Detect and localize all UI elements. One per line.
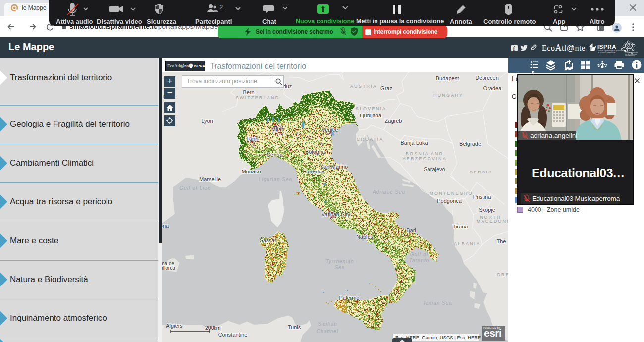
svg-text:Sassari: Sassari bbox=[260, 237, 278, 243]
svg-text:Palermo: Palermo bbox=[339, 295, 360, 301]
svg-text:Sarajevo: Sarajevo bbox=[424, 166, 445, 172]
svg-text:AUSTRIA: AUSTRIA bbox=[350, 84, 377, 89]
svg-text:Monaco: Monaco bbox=[241, 169, 261, 174]
svg-text:Zagreb: Zagreb bbox=[385, 118, 402, 124]
svg-text:Debrecen: Debrecen bbox=[475, 75, 499, 81]
svg-text:GREE: GREE bbox=[497, 272, 508, 277]
svg-text:allorca: allorca bbox=[162, 265, 175, 271]
svg-text:Sicilian: Sicilian bbox=[318, 321, 337, 327]
svg-text:Ligurian Sea: Ligurian Sea bbox=[259, 177, 292, 182]
svg-text:Sea: Sea bbox=[335, 265, 345, 270]
svg-text:BOSNIA AND: BOSNIA AND bbox=[406, 151, 444, 156]
svg-text:Ljubljana: Ljubljana bbox=[360, 113, 382, 118]
svg-text:Adriatic Sea: Adriatic Sea bbox=[372, 189, 405, 195]
svg-text:Gulf of Lion: Gulf of Lion bbox=[179, 185, 211, 191]
svg-text:Belgrade: Belgrade bbox=[459, 141, 481, 147]
svg-text:HERZEGOVINA: HERZEGOVINA bbox=[402, 156, 447, 161]
svg-text:Naples: Naples bbox=[356, 234, 374, 240]
svg-text:Bern: Bern bbox=[243, 89, 254, 95]
svg-text:Tirana: Tirana bbox=[453, 224, 469, 229]
svg-text:Turin: Turin bbox=[246, 136, 259, 142]
svg-text:Vatican City: Vatican City bbox=[322, 211, 350, 217]
svg-text:The: The bbox=[497, 238, 506, 244]
svg-text:Taranto: Taranto bbox=[409, 258, 429, 263]
svg-text:Banja Luka: Banja Luka bbox=[400, 140, 428, 146]
svg-text:Constantine: Constantine bbox=[218, 332, 248, 338]
svg-text:Bari: Bari bbox=[406, 228, 416, 233]
svg-text:SERBIA: SERBIA bbox=[470, 170, 492, 174]
svg-text:Pristina: Pristina bbox=[473, 194, 492, 200]
svg-text:ALBANIA: ALBANIA bbox=[454, 241, 480, 246]
svg-text:Algiers: Algiers bbox=[166, 323, 183, 329]
svg-text:SWITZERLAND: SWITZERLAND bbox=[236, 95, 280, 100]
svg-text:HUNGARY: HUNGARY bbox=[433, 93, 463, 98]
svg-text:Ionian Sea: Ionian Sea bbox=[424, 300, 452, 306]
svg-text:Channel: Channel bbox=[317, 329, 338, 334]
svg-text:Milan: Milan bbox=[271, 126, 284, 132]
svg-text:2: 2 bbox=[219, 4, 223, 11]
svg-text:MONTENEGRO: MONTENEGRO bbox=[429, 191, 473, 196]
svg-text:Tyrrhenian: Tyrrhenian bbox=[325, 259, 354, 264]
svg-text:Genoa: Genoa bbox=[266, 152, 283, 158]
svg-text:Oradea: Oradea bbox=[483, 85, 502, 91]
svg-text:ona: ona bbox=[162, 223, 169, 228]
svg-text:Podgorica: Podgorica bbox=[437, 198, 462, 204]
svg-text:Budapest: Budapest bbox=[436, 75, 459, 81]
svg-text:Venice: Venice bbox=[322, 127, 338, 133]
svg-text:CROATIA: CROATIA bbox=[357, 137, 384, 142]
svg-text:Lyon: Lyon bbox=[201, 118, 213, 124]
svg-text:Tunis: Tunis bbox=[288, 324, 301, 330]
svg-text:MACEDONIA: MACEDONIA bbox=[477, 219, 508, 224]
svg-text:Gulf of: Gulf of bbox=[410, 252, 429, 257]
svg-text:adriana.angelini: adriana.angelini bbox=[530, 132, 577, 139]
svg-text:Skopje: Skopje bbox=[479, 207, 495, 213]
svg-text:Bologna: Bologna bbox=[305, 149, 325, 155]
svg-text:SLOVENIA: SLOVENIA bbox=[356, 106, 387, 111]
svg-text:Marseille: Marseille bbox=[199, 176, 221, 182]
svg-text:Graz: Graz bbox=[380, 85, 392, 91]
svg-text:San Marino: San Marino bbox=[320, 164, 348, 170]
